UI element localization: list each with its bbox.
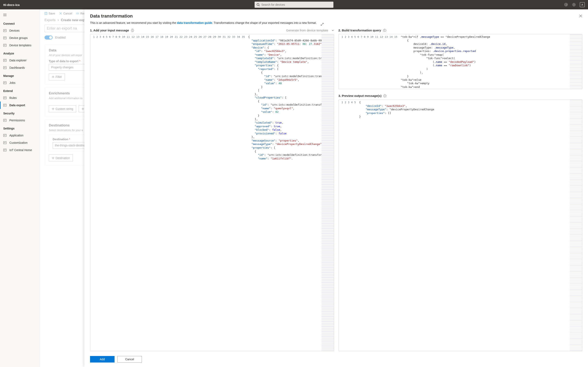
search-icon	[257, 3, 260, 6]
question-icon[interactable]	[572, 3, 576, 7]
sidebar-item-dashboards[interactable]: Dashboards	[0, 64, 39, 71]
sidebar-item-devices[interactable]: Devices	[0, 27, 39, 34]
sidebar-item-label: Application	[9, 134, 24, 137]
svg-rect-5	[3, 82, 6, 84]
templates-icon	[3, 44, 7, 47]
sidebar-item-iot-central-home[interactable]: IoT Central Home	[0, 146, 39, 154]
sidebar-item-application[interactable]: Application	[0, 132, 39, 139]
home-icon	[3, 149, 7, 152]
sidebar-item-label: Device groups	[9, 36, 28, 40]
svg-rect-7	[3, 104, 6, 106]
svg-rect-6	[3, 97, 6, 99]
sidebar-item-customization[interactable]: Customization	[0, 139, 39, 146]
sidebar-item-device-groups[interactable]: Device groups	[0, 34, 39, 42]
info-icon[interactable]: i	[383, 29, 386, 32]
query-editor[interactable]: 1 2 3 4 5 6 7 8 9 10 11 12 13 14 15 "tok…	[338, 34, 582, 89]
svg-rect-8	[3, 119, 6, 122]
add-button[interactable]: Add	[90, 356, 114, 363]
minimap[interactable]	[570, 34, 582, 89]
sidebar-section: Analyze	[0, 49, 39, 57]
application-icon	[3, 134, 7, 137]
device-groups-icon	[3, 36, 7, 40]
search-input[interactable]	[261, 3, 331, 6]
sidebar-item-label: Permissions	[9, 119, 25, 122]
sidebar-section: Manage	[0, 71, 39, 79]
sidebar-item-data-export[interactable]: Data export	[0, 101, 39, 109]
sidebar-section: Extend	[0, 86, 39, 94]
sidebar-section: Security	[0, 109, 39, 117]
app-title: tti-docs-ica	[3, 3, 20, 7]
gear-icon[interactable]	[564, 3, 568, 7]
search-box[interactable]	[255, 2, 333, 8]
sidebar-item-jobs[interactable]: Jobs	[0, 79, 39, 86]
info-icon[interactable]: i	[131, 29, 134, 32]
devices-icon	[3, 29, 7, 32]
minimap[interactable]	[321, 34, 334, 351]
sidebar-item-label: Devices	[9, 29, 20, 32]
sidebar-item-device-templates[interactable]: Device templates	[0, 42, 39, 49]
sidebar-item-label: Data explorer	[9, 59, 26, 62]
panel-description: This is an advanced feature, we recommen…	[90, 21, 317, 25]
app-header: tti-docs-ica A	[0, 0, 588, 9]
close-button[interactable]	[579, 14, 582, 18]
expand-icon	[321, 23, 324, 26]
generate-template-link[interactable]: Generate from device template	[286, 29, 334, 32]
input-message-editor[interactable]: 1 2 3 4 5 6 7 8 9 10 11 12 13 14 15 16 1…	[90, 34, 334, 351]
data-export-icon	[3, 104, 7, 107]
sidebar-item-permissions[interactable]: Permissions	[0, 117, 39, 124]
permissions-icon	[3, 119, 7, 122]
svg-rect-10	[3, 142, 6, 144]
sidebar: ConnectDevicesDevice groupsDevice templa…	[0, 9, 40, 367]
rules-icon	[3, 96, 7, 100]
sidebar-item-label: Dashboards	[9, 66, 25, 69]
expand-button[interactable]	[321, 20, 324, 26]
svg-rect-1	[3, 37, 6, 39]
sidebar-item-label: Customization	[9, 141, 27, 144]
section-2-title: 2. Build transformation query	[338, 29, 381, 32]
explorer-icon	[3, 59, 7, 62]
panel-title: Data transformation	[90, 13, 133, 19]
svg-rect-0	[3, 29, 6, 32]
svg-rect-11	[3, 149, 6, 151]
sidebar-section: Settings	[0, 124, 39, 132]
section-3-title: 3. Preview output message(s)	[338, 94, 381, 98]
svg-rect-3	[3, 59, 6, 62]
svg-rect-4	[3, 67, 6, 69]
preview-editor[interactable]: 1 2 3 4 5 { "deviceId": "1wac025bkx3", "…	[338, 100, 582, 351]
sidebar-section: Connect	[0, 19, 39, 27]
chevron-down-icon	[332, 29, 334, 32]
hamburger-icon[interactable]	[0, 11, 39, 19]
sidebar-item-label: IoT Central Home	[9, 149, 32, 152]
sidebar-item-label: Device templates	[9, 44, 31, 47]
svg-rect-2	[3, 44, 6, 47]
sidebar-item-label: Rules	[9, 96, 17, 100]
minimap[interactable]	[570, 100, 582, 351]
sidebar-item-label: Jobs	[9, 81, 16, 84]
sidebar-item-rules[interactable]: Rules	[0, 94, 39, 101]
cancel-button[interactable]: Cancel	[117, 356, 142, 363]
data-transformation-panel: Data transformation This is an advanced …	[84, 9, 588, 367]
sidebar-item-data-explorer[interactable]: Data explorer	[0, 57, 39, 64]
avatar[interactable]: A	[580, 2, 585, 7]
info-icon[interactable]: i	[383, 94, 386, 97]
sidebar-item-label: Data export	[9, 104, 25, 107]
dashboards-icon	[3, 66, 7, 69]
transformation-guide-link[interactable]: data transformation guide	[177, 21, 212, 25]
section-1-title: 1. Add your input message	[90, 29, 129, 32]
jobs-icon	[3, 81, 7, 84]
close-icon	[579, 14, 582, 17]
svg-rect-9	[3, 134, 6, 137]
customization-icon	[3, 141, 7, 144]
